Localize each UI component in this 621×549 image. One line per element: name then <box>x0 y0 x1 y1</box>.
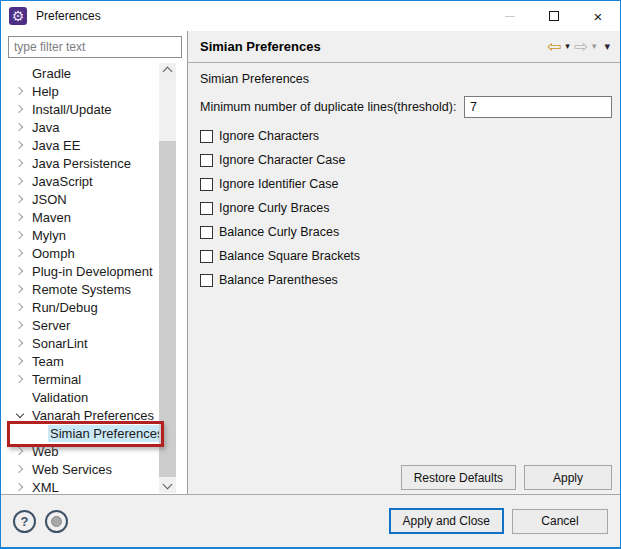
apply-button[interactable]: Apply <box>524 465 612 490</box>
tree-item-label: Gradle <box>32 66 71 81</box>
chevron-collapsed-icon[interactable] <box>13 376 27 382</box>
chevron-collapsed-icon[interactable] <box>13 268 27 274</box>
tree-item-label: Terminal <box>32 372 81 387</box>
checkbox-icon[interactable] <box>200 274 213 287</box>
chevron-expanded-icon[interactable] <box>13 411 27 419</box>
checkbox-row-balance-parentheses[interactable]: Balance Parentheses <box>200 268 612 292</box>
maximize-icon <box>549 11 559 21</box>
checkbox-label: Ignore Characters <box>219 129 319 143</box>
checkbox-list: Ignore CharactersIgnore Character CaseIg… <box>200 124 612 292</box>
tree-item-label: Server <box>32 318 70 333</box>
checkbox-row-balance-curly-braces[interactable]: Balance Curly Braces <box>200 220 612 244</box>
window-controls: × <box>488 1 620 31</box>
tree-item-label: Install/Update <box>32 102 112 117</box>
cancel-button[interactable]: Cancel <box>512 509 608 534</box>
tree-item-label: Java <box>32 120 59 135</box>
chevron-collapsed-icon[interactable] <box>13 250 27 256</box>
apply-and-close-button[interactable]: Apply and Close <box>389 508 504 534</box>
tree-item-label: Run/Debug <box>32 300 98 315</box>
minimize-icon <box>505 16 515 17</box>
scrollbar-thumb[interactable] <box>159 141 176 477</box>
scrollbar-down-icon[interactable] <box>159 479 176 493</box>
help-icon: ? <box>21 515 29 528</box>
tree-item-label: XML <box>32 480 59 495</box>
chevron-collapsed-icon[interactable] <box>13 358 27 364</box>
checkbox-label: Ignore Character Case <box>219 153 345 167</box>
checkbox-row-ignore-identifier-case[interactable]: Ignore Identifier Case <box>200 172 612 196</box>
forward-dropdown-icon: ▾ <box>592 42 597 51</box>
chevron-collapsed-icon[interactable] <box>13 142 27 148</box>
checkbox-label: Balance Square Brackets <box>219 249 360 263</box>
chevron-collapsed-icon[interactable] <box>13 160 27 166</box>
sidebar: GradleHelpInstall/UpdateJavaJava EEJava … <box>1 31 188 494</box>
eclipse-preferences-icon: ⚙ <box>9 7 27 25</box>
main-area: GradleHelpInstall/UpdateJavaJava EEJava … <box>1 31 620 494</box>
checkbox-icon[interactable] <box>200 250 213 263</box>
tree-item-label: Vanarah Preferences <box>32 408 154 423</box>
checkbox-icon[interactable] <box>200 154 213 167</box>
filter-input[interactable] <box>8 36 182 58</box>
checkbox-row-ignore-character-case[interactable]: Ignore Character Case <box>200 148 612 172</box>
tree-item-label: Team <box>32 354 64 369</box>
preferences-dialog: ⚙ Preferences × GradleHelpInstall/Update… <box>0 0 621 549</box>
chevron-collapsed-icon[interactable] <box>13 304 27 310</box>
restore-defaults-button[interactable]: Restore Defaults <box>401 465 516 490</box>
checkbox-icon[interactable] <box>200 202 213 215</box>
tree-item-label: Web <box>32 444 59 459</box>
chevron-collapsed-icon[interactable] <box>13 340 27 346</box>
back-icon[interactable]: ⇦ <box>547 38 561 55</box>
chevron-collapsed-icon[interactable] <box>13 322 27 328</box>
chevron-collapsed-icon[interactable] <box>13 106 27 112</box>
page-content: Simian Preferences Minimum number of dup… <box>188 63 620 494</box>
dialog-buttons: Apply and Close Cancel <box>389 508 608 534</box>
tree-item-label: Java Persistence <box>32 156 131 171</box>
tree-item-label: Java EE <box>32 138 80 153</box>
chevron-collapsed-icon[interactable] <box>13 484 27 490</box>
tree-item-label: Help <box>32 84 59 99</box>
chevron-collapsed-icon[interactable] <box>13 286 27 292</box>
close-icon: × <box>594 9 603 24</box>
checkbox-icon[interactable] <box>200 226 213 239</box>
chevron-collapsed-icon[interactable] <box>13 124 27 130</box>
dialog-button-bar: ? Apply and Close Cancel <box>1 494 620 547</box>
chevron-collapsed-icon[interactable] <box>13 214 27 220</box>
view-menu-icon[interactable]: ▾ <box>604 41 610 52</box>
maximize-button[interactable] <box>532 1 576 31</box>
threshold-label: Minimum number of duplicate lines(thresh… <box>200 100 456 114</box>
checkbox-row-balance-square-brackets[interactable]: Balance Square Brackets <box>200 244 612 268</box>
tree-item-label: Oomph <box>32 246 75 261</box>
close-button[interactable]: × <box>576 1 620 31</box>
page-title: Simian Preferences <box>200 39 321 54</box>
checkbox-label: Ignore Identifier Case <box>219 177 339 191</box>
checkbox-icon[interactable] <box>200 178 213 191</box>
chevron-collapsed-icon[interactable] <box>13 232 27 238</box>
minimize-button <box>488 1 532 31</box>
chevron-collapsed-icon[interactable] <box>13 196 27 202</box>
chevron-collapsed-icon[interactable] <box>13 178 27 184</box>
tree-item-label: JSON <box>32 192 67 207</box>
preference-recorder-button[interactable] <box>45 510 68 533</box>
checkbox-label: Balance Curly Braces <box>219 225 339 239</box>
tree-item-label: Maven <box>32 210 71 225</box>
help-button[interactable]: ? <box>13 510 36 533</box>
threshold-input[interactable] <box>464 96 612 118</box>
window-title: Preferences <box>36 9 101 23</box>
forward-icon: ⇨ <box>574 38 588 55</box>
tree-item-label: Plug-in Development <box>32 264 153 279</box>
tree-item-label: Web Services <box>32 462 112 477</box>
tree-item-label: JavaScript <box>32 174 93 189</box>
checkbox-row-ignore-characters[interactable]: Ignore Characters <box>200 124 612 148</box>
back-dropdown-icon[interactable]: ▾ <box>565 42 570 51</box>
page-button-bar: Restore Defaults Apply <box>401 465 612 490</box>
chevron-collapsed-icon[interactable] <box>13 466 27 472</box>
chevron-collapsed-icon[interactable] <box>13 88 27 94</box>
tree-scrollbar[interactable] <box>159 63 176 493</box>
preference-page: Simian Preferences ⇦ ▾ ⇨ ▾ ▾ Simian Pref… <box>188 31 620 494</box>
history-nav: ⇦ ▾ ⇨ ▾ ▾ <box>547 38 610 55</box>
record-icon <box>51 516 62 527</box>
checkbox-row-ignore-curly-braces[interactable]: Ignore Curly Braces <box>200 196 612 220</box>
checkbox-icon[interactable] <box>200 130 213 143</box>
scrollbar-up-icon[interactable] <box>159 63 176 77</box>
chevron-collapsed-icon[interactable] <box>13 448 27 454</box>
tree-item-label: SonarLint <box>32 336 88 351</box>
